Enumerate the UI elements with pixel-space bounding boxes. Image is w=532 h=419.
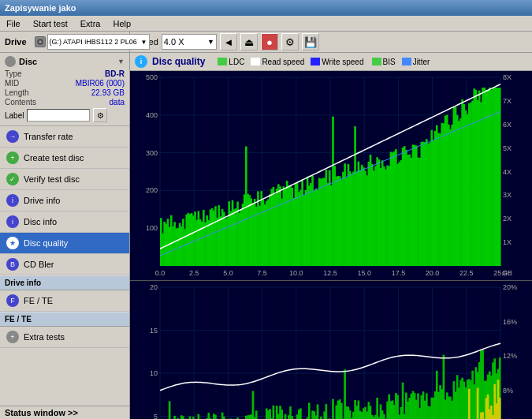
drive-icon [35,36,46,47]
settings-icon[interactable]: ⚙ [281,33,299,51]
disc-length-row: Length 22.93 GB [5,88,125,97]
nav-disc-info[interactable]: i Disc info [0,211,129,233]
speed-combo-top[interactable]: 4.0 X ▼ [162,34,217,50]
menu-start-test[interactable]: Start test [30,18,71,29]
sidebar: Drive (G:) ATAPI iHBS112 2 PL06 ▼ Disc ▼ [0,32,130,419]
save-icon[interactable]: 💾 [302,33,319,51]
nav-verify-test-disc[interactable]: ✓ Verify test disc [0,169,129,190]
disc-contents-row: Contents data [5,98,125,107]
bis-color [372,58,381,65]
menu-help[interactable]: Help [110,18,134,29]
drive-combo[interactable]: (G:) ATAPI iHBS112 2 PL06 ▼ [47,34,150,50]
disc-icon [5,56,16,67]
nav-icon-extra: + [6,331,19,343]
content-area: Speed 4.0 X ▼ ◄ ⏏ ● ⚙ 💾 i Disc quality L… [130,32,532,419]
nav-icon-disc: i [6,215,19,228]
charts-area [130,71,532,419]
menu-file[interactable]: File [3,18,24,29]
chart-legend: LDC Read speed Write speed [218,58,363,66]
drive-label: Drive [5,37,27,47]
eject-icon[interactable]: ⏏ [240,33,258,51]
menu-bar: File Start test Extra Help [0,16,532,32]
nav-menu: → Transfer rate + Create test disc ✓ Ver… [0,126,129,406]
status-window-panel: Status window >> [0,406,129,419]
legend-read-speed: Read speed [251,58,304,66]
svg-point-1 [39,41,41,43]
nav-disc-quality[interactable]: ★ Disc quality [0,233,129,254]
drive-section: Drive (G:) ATAPI iHBS112 2 PL06 ▼ [0,32,129,53]
nav-icon-bler: B [6,258,19,271]
sidebar-fe-te-header: FE / TE [0,312,129,327]
gear-button[interactable]: ⚙ [93,108,107,122]
disc-menu-icon[interactable]: ▼ [117,58,125,65]
disc-label-input[interactable] [27,109,90,122]
top-chart [130,71,532,280]
legend-ldc: LDC [218,58,244,66]
legend-bis: BIS [372,58,396,66]
nav-transfer-rate[interactable]: → Transfer rate [0,126,129,148]
nav-icon-drive: i [6,194,19,207]
bottom-chart [130,281,532,419]
disc-quality-header: i Disc quality LDC Read speed Write spee… [130,53,532,71]
sidebar-drive-info-header: Drive info [0,275,129,290]
nav-drive-info[interactable]: i Drive info [0,190,129,211]
disc-info-panel: Disc ▼ Type BD-R MID MBIR06 (000) Length… [0,53,129,126]
legend-write-speed: Write speed [311,58,363,66]
disc-label-row: Label ⚙ [5,108,125,122]
content-toolbar: Speed 4.0 X ▼ ◄ ⏏ ● ⚙ 💾 [130,32,532,53]
nav-icon-verify: ✓ [6,173,19,185]
nav-icon-transfer: → [6,130,19,143]
dq-icon: i [135,55,147,68]
jitter-color [402,58,411,65]
ldc-color [218,58,227,65]
legend-jitter: Jitter [402,58,430,66]
read-speed-color [251,58,260,65]
disc-section-title: Disc ▼ [5,56,125,67]
chart-legend-2: BIS Jitter [372,58,430,66]
nav-icon-quality: ★ [6,237,19,249]
title-text: Zapisywanie jako [5,3,76,13]
title-bar: Zapisywanie jako [0,0,532,16]
nav-fe-te[interactable]: F FE / TE [0,290,129,312]
nav-create-test-disc[interactable]: + Create test disc [0,148,129,169]
dq-title: Disc quality [152,56,205,67]
nav-icon-fe-te: F [6,294,19,307]
menu-extra[interactable]: Extra [77,18,104,29]
disc-mid-row: MID MBIR06 (000) [5,79,125,88]
nav-icon-create: + [6,152,19,164]
drive-combo-arrow: ▼ [141,39,147,46]
color-icon[interactable]: ● [261,33,278,51]
prev-icon[interactable]: ◄ [220,33,237,51]
disc-type-row: Type BD-R [5,69,125,78]
nav-extra-tests[interactable]: + Extra tests [0,327,129,348]
nav-cd-bler[interactable]: B CD Bler [0,254,129,275]
write-speed-color [311,58,320,65]
